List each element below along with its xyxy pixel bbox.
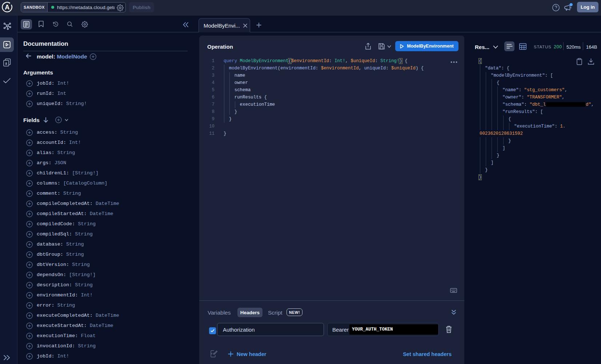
svg-text:A: A — [5, 4, 9, 11]
